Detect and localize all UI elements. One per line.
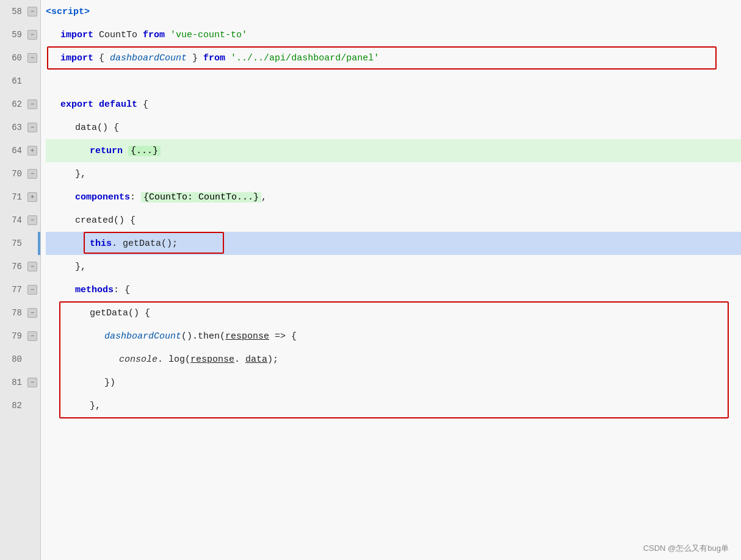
line-number-76: 76 (0, 262, 26, 271)
fold-cell-76[interactable] (26, 262, 38, 271)
fold-cell-71[interactable] (26, 192, 38, 202)
fold-cell-64[interactable] (26, 146, 38, 156)
gutter-row-64: 64 (0, 139, 40, 162)
fold-cell-58[interactable] (26, 7, 38, 16)
code-token-script-open: <script> (46, 7, 90, 17)
code-token-import: import (60, 30, 93, 40)
gutter-row-74: 74 (0, 209, 40, 232)
code-token-space64 (123, 146, 128, 156)
line-gutter: 58 59 60 (0, 0, 41, 560)
code-token-response79: response (225, 331, 269, 342)
code-token-from60: from (203, 53, 225, 63)
code-line-60: import { dashboardCount } from '../../ap… (46, 46, 741, 70)
line-number-81: 81 (0, 378, 26, 387)
fold-minus-78[interactable] (27, 308, 37, 318)
code-line-62: export default { (46, 93, 741, 116)
code-token-comma71: , (261, 192, 267, 203)
fold-cell-81[interactable] (26, 378, 38, 387)
line-number-61: 61 (0, 76, 26, 86)
code-token-space1 (93, 30, 99, 40)
fold-cell-74[interactable] (26, 215, 38, 225)
code-line-77: methods : { (46, 278, 741, 301)
code-token-dashboardcount: dashboardCount (110, 53, 187, 63)
code-line-58: <script> (46, 0, 741, 23)
fold-minus-59[interactable] (27, 30, 37, 40)
code-line-80: console . log( response . data ); (46, 348, 741, 371)
fold-minus-60[interactable] (27, 53, 37, 63)
fold-cell-82 (26, 401, 38, 411)
line-number-78: 78 (0, 308, 26, 318)
code-token-space60b: } (187, 53, 203, 63)
fold-minus-63[interactable] (27, 123, 37, 132)
code-token-log: log( (168, 354, 190, 365)
code-token-methods: methods (75, 285, 114, 295)
fold-cell-75 (26, 239, 38, 248)
code-token-getdata-call: getData(); (123, 239, 178, 249)
code-token-data80: data (245, 354, 267, 365)
fold-minus-58[interactable] (27, 7, 37, 16)
code-content: <script> import CountTo from 'vue-count-… (41, 0, 741, 560)
line-number-62: 62 (0, 99, 26, 109)
fold-cell-61 (26, 76, 38, 86)
code-token-vuecount: 'vue-count-to' (170, 30, 247, 40)
gutter-row-81: 81 (0, 371, 40, 394)
code-token-import60: import (60, 53, 93, 63)
fold-cell-60[interactable] (26, 53, 38, 63)
code-line-70: }, (46, 162, 741, 185)
code-token-dot75: . (112, 239, 123, 249)
code-line-78: getData() { (46, 301, 741, 325)
gutter-row-58: 58 (0, 0, 40, 23)
fold-cell-77[interactable] (26, 285, 38, 295)
gutter-row-70: 70 (0, 162, 40, 185)
line-number-63: 63 (0, 123, 26, 132)
gutter-row-63: 63 (0, 116, 40, 139)
code-line-74: created() { (46, 209, 741, 232)
gutter-row-71: 71 (0, 185, 40, 209)
code-line-79: dashboardCount ().then( response => { (46, 325, 741, 348)
fold-cell-63[interactable] (26, 123, 38, 132)
code-token-from59: from (143, 30, 165, 40)
gutter-row-75: 75 (0, 232, 40, 255)
gutter-row-76: 76 (0, 255, 40, 278)
code-line-75: this . getData(); (46, 232, 741, 255)
code-area: 58 59 60 (0, 0, 741, 560)
code-token-space60c (225, 53, 231, 63)
fold-cell-70[interactable] (26, 169, 38, 179)
fold-plus-71[interactable] (27, 192, 37, 202)
fold-minus-81[interactable] (27, 378, 37, 387)
code-token-colon71: : (130, 192, 141, 203)
code-token-dot80b: . (234, 354, 245, 365)
fold-cell-78[interactable] (26, 308, 38, 318)
code-token-path60: '../../api/dashboard/panel' (231, 53, 379, 63)
fold-minus-74[interactable] (27, 215, 37, 225)
code-line-81: }) (46, 371, 741, 394)
line-number-75: 75 (0, 239, 26, 248)
fold-minus-77[interactable] (27, 285, 37, 295)
fold-minus-79[interactable] (27, 331, 37, 341)
code-token-space2 (137, 30, 143, 40)
fold-plus-64[interactable] (27, 146, 37, 156)
fold-cell-80 (26, 354, 38, 364)
code-token-return: return (90, 146, 123, 156)
gutter-row-77: 77 (0, 278, 40, 301)
code-line-61 (46, 70, 741, 93)
fold-cell-79[interactable] (26, 331, 38, 341)
fold-minus-70[interactable] (27, 169, 37, 179)
fold-cell-59[interactable] (26, 30, 38, 40)
code-token-export: export (60, 99, 93, 110)
code-token-81: }) (104, 378, 115, 388)
fold-minus-62[interactable] (27, 99, 37, 109)
code-editor: 58 59 60 (0, 0, 741, 560)
fold-cell-62[interactable] (26, 99, 38, 109)
code-token-return-obj: {...} (128, 146, 161, 156)
code-token-82: }, (90, 401, 101, 411)
gutter-row-59: 59 (0, 23, 40, 46)
code-token-this: this (90, 239, 112, 249)
line-number-74: 74 (0, 215, 26, 225)
line-number-70: 70 (0, 169, 26, 179)
code-token-space60a: { (93, 53, 110, 63)
code-token-default: default (99, 99, 137, 110)
fold-minus-76[interactable] (27, 262, 37, 271)
line-number-64: 64 (0, 146, 26, 156)
gutter-row-61: 61 (0, 70, 40, 93)
